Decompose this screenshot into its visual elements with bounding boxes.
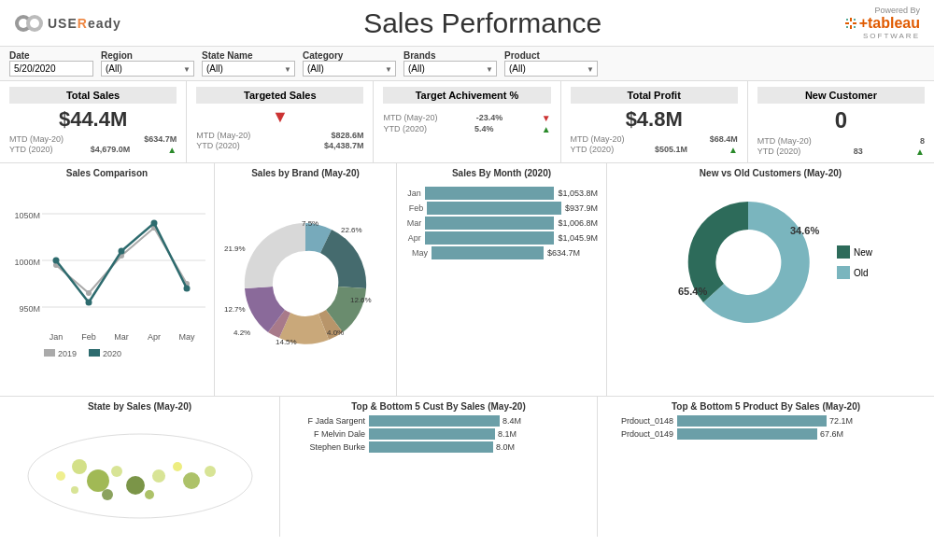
old-legend-label: Old bbox=[854, 268, 869, 278]
customer-bars: F Jada Sargent 8.4M F Melvin Dale 8.1M S… bbox=[285, 415, 592, 453]
val-feb: $937.9M bbox=[565, 203, 598, 213]
sales-by-month-chart: Sales By Month (2020) Jan $1,053.8M Feb … bbox=[397, 163, 607, 396]
customer-mtd-label: MTD (May-20) bbox=[757, 136, 812, 146]
header: USEReady Sales Performance Powered By +t… bbox=[0, 0, 934, 47]
svg-point-56 bbox=[183, 472, 200, 489]
total-sales-arrow: ▲ bbox=[167, 145, 177, 155]
month-label-feb: Feb bbox=[405, 203, 427, 213]
achievement-ytd-value: 5.4% bbox=[474, 124, 494, 134]
cust-bar-2 bbox=[369, 428, 495, 440]
sales-comparison-svg: 1050M 1000M 950M Jan Feb Mar Apr May bbox=[5, 181, 210, 368]
svg-text:1000M: 1000M bbox=[14, 258, 40, 267]
svg-point-52 bbox=[111, 466, 122, 477]
svg-point-55 bbox=[173, 462, 182, 471]
month-bar-feb: Feb $937.9M bbox=[405, 202, 598, 215]
kpi-achievement-title: Target Achivement % bbox=[383, 87, 550, 104]
svg-rect-33 bbox=[44, 349, 55, 357]
kpi-total-sales-sub: MTD (May-20) $634.7M YTD (2020) $4,679.0… bbox=[9, 134, 177, 155]
month-label-may: May bbox=[405, 248, 432, 258]
kpi-targeted-sales: Targeted Sales ▼ MTD (May-20) $828.6M YT… bbox=[187, 81, 374, 162]
state-select[interactable]: (All) bbox=[202, 61, 295, 77]
state-label: State Name bbox=[202, 50, 295, 61]
achievement-ytd-label: YTD (2020) bbox=[383, 124, 427, 134]
bar-jan bbox=[425, 187, 555, 200]
svg-text:May: May bbox=[178, 332, 195, 342]
kpi-customer-sub: MTD (May-20) 8 YTD (2020) 83 ▲ bbox=[757, 136, 925, 157]
month-bar-may: May $634.7M bbox=[405, 246, 598, 259]
filters-bar: Date Region (All) State Name (All) Categ… bbox=[0, 47, 934, 81]
logo-text: USEReady bbox=[48, 16, 121, 31]
svg-point-31 bbox=[151, 220, 158, 227]
customer-mtd-value: 8 bbox=[920, 136, 925, 146]
cust-bar-1 bbox=[369, 415, 500, 427]
top-bottom-cust-title: Top & Bottom 5 Cust By Sales (May-20) bbox=[285, 401, 592, 412]
svg-text:Mar: Mar bbox=[114, 332, 129, 342]
targeted-mtd-label: MTD (May-20) bbox=[196, 131, 250, 140]
brand-donut-chart: Sales by Brand (May-20) bbox=[215, 163, 397, 396]
kpi-total-sales: Total Sales $44.4M MTD (May-20) $634.7M … bbox=[0, 81, 187, 162]
sales-comparison-chart: Sales Comparison 1050M 1000M 950M Jan Fe… bbox=[0, 163, 215, 396]
svg-text:12.6%: 12.6% bbox=[350, 296, 372, 304]
product-select[interactable]: (All) bbox=[504, 61, 598, 77]
svg-text:Apr: Apr bbox=[148, 332, 161, 342]
svg-text:950M: 950M bbox=[19, 304, 40, 314]
svg-rect-7 bbox=[853, 22, 856, 24]
achievement-ytd-arrow: ▲ bbox=[542, 124, 551, 134]
svg-rect-9 bbox=[854, 19, 856, 21]
svg-rect-4 bbox=[850, 18, 852, 21]
svg-text:7.5%: 7.5% bbox=[302, 219, 318, 228]
top-bottom-prod-title: Top & Bottom 5 Product By Sales (May-20) bbox=[602, 401, 929, 412]
kpi-total-sales-title: Total Sales bbox=[9, 87, 177, 104]
svg-text:4.0%: 4.0% bbox=[327, 329, 344, 337]
prod-bar-2 bbox=[677, 428, 817, 440]
region-select[interactable]: (All) bbox=[101, 61, 194, 77]
targeted-mtd-value: $828.6M bbox=[331, 131, 363, 140]
brands-filter: Brands (All) bbox=[403, 50, 497, 77]
top-bottom-products-section: Top & Bottom 5 Product By Sales (May-20)… bbox=[598, 397, 934, 537]
svg-point-24 bbox=[86, 290, 92, 296]
svg-rect-6 bbox=[845, 22, 849, 24]
prod-val-1: 72.1M bbox=[829, 416, 853, 426]
month-bar-apr: Apr $1,045.9M bbox=[405, 231, 598, 245]
tableau-branding: Powered By +tableau SOFTWARE bbox=[844, 6, 920, 40]
targeted-ytd-value: $4,438.7M bbox=[324, 141, 364, 150]
svg-point-28 bbox=[53, 258, 60, 264]
svg-point-37 bbox=[277, 256, 333, 312]
kpi-targeted-sub: MTD (May-20) $828.6M YTD (2020) $4,438.7… bbox=[196, 131, 363, 150]
kpi-total-profit: Total Profit $4.8M MTD (May-20) $68.4M Y… bbox=[561, 81, 748, 162]
total-sales-mtd-value: $634.7M bbox=[144, 134, 177, 144]
val-jan: $1,053.8M bbox=[558, 189, 598, 198]
svg-point-58 bbox=[56, 471, 65, 481]
month-bar-jan: Jan $1,053.8M bbox=[405, 187, 598, 200]
product-label: Product bbox=[504, 50, 598, 61]
month-label-jan: Jan bbox=[405, 189, 425, 198]
val-apr: $1,045.9M bbox=[558, 233, 598, 243]
new-old-donut-svg: 34.6% 65.4% bbox=[669, 183, 828, 342]
category-select[interactable]: (All) bbox=[303, 61, 396, 77]
profit-ytd-label: YTD (2020) bbox=[571, 145, 615, 155]
svg-rect-10 bbox=[846, 26, 848, 28]
kpi-profit-sub: MTD (May-20) $68.4M YTD (2020) $505.1M ▲ bbox=[571, 134, 738, 155]
kpi-target-achievement: Target Achivement % MTD (May-20) -23.4% … bbox=[374, 81, 560, 162]
cust-row-1: F Jada Sargent 8.4M bbox=[285, 415, 592, 427]
svg-text:4.2%: 4.2% bbox=[234, 329, 250, 337]
svg-text:22.6%: 22.6% bbox=[341, 226, 362, 234]
svg-text:12.7%: 12.7% bbox=[224, 305, 246, 314]
svg-rect-8 bbox=[846, 19, 848, 21]
achievement-mtd-value: -23.4% bbox=[476, 113, 503, 123]
profit-mtd-value: $68.4M bbox=[710, 134, 738, 144]
total-sales-mtd-label: MTD (May-20) bbox=[9, 134, 64, 144]
logo-icon bbox=[14, 8, 44, 38]
brands-select[interactable]: (All) bbox=[403, 61, 497, 77]
svg-text:Jan: Jan bbox=[50, 332, 64, 342]
svg-text:65.4%: 65.4% bbox=[678, 286, 707, 297]
svg-point-61 bbox=[145, 490, 154, 499]
new-old-title: New vs Old Customers (May-20) bbox=[612, 168, 929, 178]
date-input[interactable] bbox=[9, 61, 93, 77]
profit-ytd-arrow: ▲ bbox=[729, 145, 738, 155]
total-sales-ytd-value: $4,679.0M bbox=[91, 145, 131, 155]
svg-point-54 bbox=[152, 469, 165, 483]
kpi-new-customer: New Customer 0 MTD (May-20) 8 YTD (2020)… bbox=[748, 81, 934, 162]
total-sales-ytd-label: YTD (2020) bbox=[9, 145, 53, 155]
logo-area: USEReady bbox=[14, 8, 121, 38]
